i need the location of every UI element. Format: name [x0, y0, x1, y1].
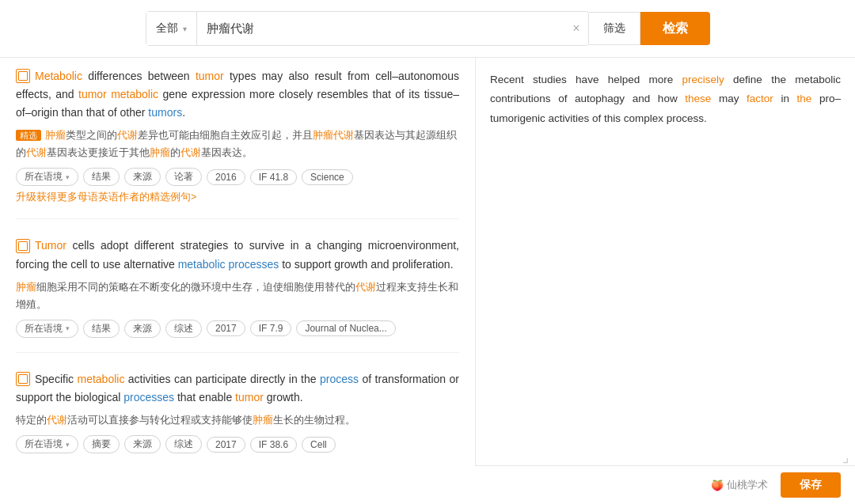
tag-if[interactable]: IF 38.6	[250, 437, 297, 453]
search-category-dropdown[interactable]: 全部 ▾	[146, 12, 197, 45]
tag-source[interactable]: 来源	[124, 168, 161, 186]
left-panel: Metabolic differences between tumor type…	[0, 58, 475, 504]
bottom-bar: 🍑 仙桃学术 保存	[475, 465, 855, 504]
search-input[interactable]	[197, 12, 565, 45]
en-word-tumor-metabolic: tumor metabolic	[78, 88, 158, 100]
tag-if[interactable]: IF 41.8	[250, 169, 297, 185]
result-icon	[16, 69, 30, 83]
watermark: 🍑 仙桃学术	[711, 478, 768, 492]
result-item: Specific metabolic activities can partic…	[16, 370, 459, 468]
result-cn-text: 特定的代谢活动可以直接参与转化过程或支持能够使肿瘤生长的生物过程。	[16, 411, 459, 429]
result-icon	[16, 239, 30, 253]
tag-type[interactable]: 论著	[165, 168, 202, 186]
tag-context[interactable]: 所在语境▾	[16, 435, 78, 453]
tag-result[interactable]: 结果	[83, 168, 120, 186]
tag-result[interactable]: 结果	[83, 320, 120, 338]
save-button[interactable]: 保存	[781, 472, 841, 498]
en-word-metabolic-processes: metabolic processes	[178, 258, 279, 271]
tag-journal[interactable]: Science	[302, 169, 353, 185]
tag-journal[interactable]: Cell	[302, 437, 336, 453]
tag-if[interactable]: IF 7.9	[250, 320, 292, 336]
en-word-processes: processes	[124, 391, 174, 404]
cn-label-badge: 精选	[16, 130, 41, 141]
result-item: Tumor cells adopt different strategies t…	[16, 237, 459, 352]
tag-journal[interactable]: Journal of Nuclea...	[296, 320, 395, 336]
tag-source[interactable]: 来源	[124, 320, 161, 338]
tag-context[interactable]: 所在语境▾	[16, 320, 78, 338]
upgrade-link[interactable]: 升级获得更多母语英语作者的精选例句>	[16, 186, 459, 204]
watermark-icon: 🍑	[711, 479, 724, 491]
clear-icon[interactable]: ×	[564, 12, 587, 45]
tag-year[interactable]: 2016	[207, 169, 245, 185]
tag-type[interactable]: 综述	[165, 320, 202, 338]
result-en-text: Metabolic differences between tumor type…	[16, 67, 459, 122]
filter-button[interactable]: 筛选	[589, 12, 640, 45]
result-cn-text: 肿瘤细胞采用不同的策略在不断变化的微环境中生存，迫使细胞使用替代的代谢过程来支持…	[16, 279, 459, 313]
result-item: Metabolic differences between tumor type…	[16, 67, 459, 219]
result-icon	[16, 372, 30, 386]
tag-year[interactable]: 2017	[207, 437, 245, 453]
search-bar: 全部 ▾ ×	[146, 11, 589, 46]
en-word-tumor: tumor	[196, 70, 224, 82]
tag-row: 所在语境▾ 结果 来源 论著 2016 IF 41.8 Science	[16, 168, 459, 186]
result-en-text: Tumor cells adopt different strategies t…	[16, 237, 459, 273]
tag-row: 所在语境▾ 摘要 来源 综述 2017 IF 38.6 Cell	[16, 435, 459, 453]
result-en-text: Specific metabolic activities can partic…	[16, 370, 459, 407]
en-word-tumor3: tumor	[235, 391, 264, 404]
tag-row: 所在语境▾ 结果 来源 综述 2017 IF 7.9 Journal of Nu…	[16, 320, 459, 338]
en-word-metabolic3: metabolic	[77, 373, 124, 385]
result-cn-text: 精选肿瘤类型之间的代谢差异也可能由细胞自主效应引起，并且肿瘤代谢基因表达与其起源…	[16, 127, 459, 161]
chevron-down-icon: ▾	[183, 25, 187, 33]
en-word-process: process	[320, 373, 359, 385]
en-word-tumors: tumors	[148, 106, 182, 119]
tag-context[interactable]: 所在语境▾	[16, 168, 78, 186]
tag-source[interactable]: 来源	[124, 435, 161, 453]
watermark-label: 仙桃学术	[727, 478, 768, 492]
main-layout: Metabolic differences between tumor type…	[0, 58, 855, 504]
en-word-tumor2: Tumor	[35, 239, 66, 252]
preview-text: Recent studies have helped more precisel…	[490, 70, 841, 128]
search-category-label: 全部	[156, 21, 178, 36]
resize-handle[interactable]: ⌟	[842, 449, 849, 466]
tag-abstract[interactable]: 摘要	[83, 435, 120, 453]
en-word-metabolic: Metabolic	[35, 70, 82, 82]
right-panel: Recent studies have helped more precisel…	[475, 58, 855, 504]
tag-year[interactable]: 2017	[207, 320, 245, 336]
search-button[interactable]: 检索	[640, 12, 710, 45]
tag-type[interactable]: 综述	[165, 435, 202, 453]
search-bar-container: 全部 ▾ × 筛选 检索	[0, 0, 855, 58]
